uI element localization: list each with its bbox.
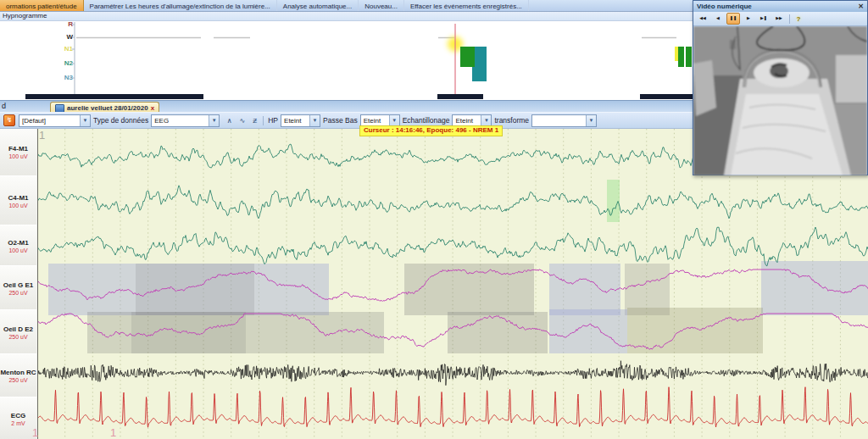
- polysomnography-app: ormations patient/étudeParamétrer Les he…: [0, 0, 868, 439]
- patient-bed-video: [693, 26, 867, 175]
- chevron-down-icon: ▼: [481, 115, 491, 126]
- channel-label-c4-m1[interactable]: C4-M1100 uV: [0, 175, 36, 226]
- chevron-down-icon: ▼: [586, 115, 596, 126]
- menu-item-4[interactable]: Effacer les événements enregistrés...: [404, 0, 529, 11]
- montage-app-icon[interactable]: ↯: [3, 114, 15, 126]
- channel-name: O2-M1: [8, 239, 28, 247]
- channel-sensitivity: 100 uV: [8, 153, 27, 159]
- lp-filter-label: Passe Bas: [320, 116, 360, 125]
- play-button[interactable]: ▶: [742, 13, 755, 25]
- channel-label-o2-m1[interactable]: O2-M1100 uV: [0, 225, 36, 267]
- channel-sensitivity: 250 uV: [8, 377, 27, 383]
- pause-button[interactable]: ❚❚: [726, 13, 740, 25]
- channel-sensitivity: 100 uV: [8, 247, 27, 253]
- channel-sensitivity: 250 uV: [8, 290, 27, 296]
- channel-sensitivity: 250 uV: [8, 334, 27, 340]
- tab-close-icon[interactable]: x: [151, 104, 154, 112]
- fast-forward-button[interactable]: ▶▶: [772, 13, 786, 25]
- transform-label: transforme: [492, 116, 531, 125]
- close-icon[interactable]: ✕: [858, 3, 864, 10]
- channel-label-column: F4-M1100 uVC4-M1100 uVO2-M1100 uVOeil G …: [0, 127, 38, 439]
- step-back-button[interactable]: ◀: [711, 13, 725, 25]
- channel-sensitivity: 100 uV: [8, 203, 27, 208]
- chevron-down-icon: ▼: [209, 115, 219, 126]
- menu-item-1[interactable]: Paramétrer Les heures d'allumage/extinct…: [84, 0, 277, 11]
- channel-label-menton-rc[interactable]: Menton RC250 uV: [0, 353, 36, 398]
- video-transport-controls: ◀◀◀❚❚▶▶❚▶▶?: [693, 12, 867, 26]
- channel-label-ecg[interactable]: ECG2 mV: [0, 397, 36, 439]
- menu-item-2[interactable]: Analyse automatique...: [277, 0, 359, 11]
- video-title: Vidéo numérique: [697, 3, 858, 10]
- channel-name: Oeil D E2: [3, 325, 33, 333]
- channel-label-oeil-d-e2[interactable]: Oeil D E2250 uV: [0, 309, 36, 355]
- channel-name: Menton RC: [0, 369, 36, 376]
- study-doc-icon: [55, 104, 64, 113]
- chevron-down-icon: ▼: [80, 115, 90, 126]
- chevron-down-icon: ▼: [389, 115, 399, 126]
- menu-item-3[interactable]: Nouveau...: [359, 0, 404, 11]
- epoch-number-bottom: 1: [32, 426, 38, 439]
- rewind-button[interactable]: ◀◀: [696, 13, 709, 25]
- channel-name: F4-M1: [8, 145, 28, 153]
- channel-label-oeil-g-e1[interactable]: Oeil G E1250 uV: [0, 265, 36, 311]
- video-window: Vidéo numérique ✕ ◀◀◀❚❚▶▶❚▶▶?: [693, 0, 868, 175]
- epoch-number-top: 1: [39, 129, 45, 142]
- channel-label-f4-m1[interactable]: F4-M1100 uV: [0, 127, 36, 177]
- data-type-select[interactable]: EEG▼: [151, 114, 220, 127]
- notch-filter-icon[interactable]: ∧: [223, 114, 236, 127]
- hp-filter-select[interactable]: Eteint▼: [281, 114, 320, 127]
- step-forward-button[interactable]: ▶❚: [757, 13, 771, 25]
- epoch-number-bottom: 1: [110, 426, 116, 439]
- transform-select[interactable]: ▼: [531, 114, 597, 127]
- channel-name: ECG: [11, 412, 25, 420]
- help-button[interactable]: ?: [793, 15, 804, 23]
- channel-name: C4-M1: [8, 194, 28, 202]
- sampling-label: Echantillonage: [400, 116, 453, 125]
- data-type-label: Type de données: [91, 116, 151, 125]
- docked-panel-letter: d: [0, 101, 8, 113]
- rescale-icon[interactable]: Ƶ: [248, 114, 261, 127]
- chevron-down-icon: ▼: [309, 115, 320, 126]
- video-title-bar[interactable]: Vidéo numérique ✕: [693, 1, 867, 12]
- menu-item-0[interactable]: ormations patient/étude: [0, 0, 84, 11]
- tab-label: aurelie velluet 28/01/2020: [67, 104, 148, 112]
- channel-sensitivity: 2 mV: [11, 420, 25, 426]
- montage-preset-select[interactable]: [Défaut]▼: [19, 114, 91, 127]
- cursor-info-badge: Curseur : 14:16:46, Epoque: 496 - NREM 1: [359, 125, 503, 136]
- hp-filter-label: HP: [265, 116, 281, 125]
- channel-name: Oeil G E1: [3, 281, 34, 289]
- wave-filter-icon[interactable]: ∿: [236, 114, 248, 127]
